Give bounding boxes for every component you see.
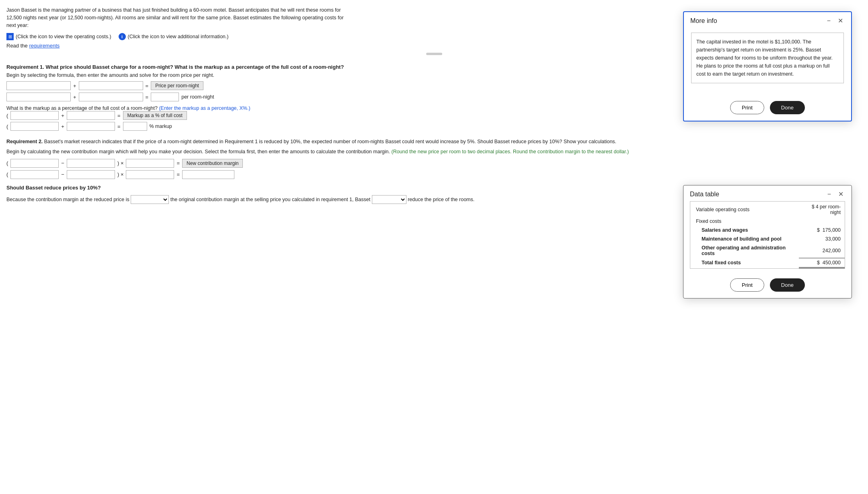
data-table-dialog-controls: − ✕ [826,190,845,198]
req1-input2b[interactable] [79,93,143,101]
req2-title: Requirement 2. Basset's market research … [6,138,862,146]
req1-markup-input1a[interactable] [10,111,59,120]
req1-result[interactable] [151,93,179,101]
req2-cm-input2c[interactable] [126,170,174,179]
other-costs-label: Other operating and administration costs [690,243,799,258]
req1-input2a[interactable] [6,93,71,101]
data-table-dialog[interactable]: Data table − ✕ Variable operating costs … [683,185,852,298]
req2-cm-op1: − [61,160,64,166]
salaries-label: Salaries and wages [690,226,799,235]
req1-eq1: = [146,83,149,89]
req2-cm-row1: ( − ) × = New contribution margin [6,159,862,168]
icon-grid-label: (Click the icon to view the operating co… [16,34,111,39]
more-info-print-button[interactable]: Print [730,101,764,114]
data-table-dialog-title: Data table [690,191,719,198]
data-table-done-button[interactable]: Done [770,278,805,292]
req1-markup-eq2: = [117,124,121,130]
variable-costs-row: Variable operating costs $ 4 per room-ni… [690,202,845,217]
data-table-dialog-footer: Print Done [683,274,852,298]
more-info-close-button[interactable]: ✕ [836,17,845,25]
req1-price-label: Price per room-night [151,81,203,90]
req2-dropdown2[interactable]: should should not [372,195,406,204]
req1-input1b[interactable] [79,81,143,90]
other-costs-row: Other operating and administration costs… [690,243,845,258]
data-table-close-button[interactable]: ✕ [837,190,845,198]
additional-info-btn[interactable]: i (Click the icon to view additional inf… [119,33,229,40]
maintenance-value: 33,000 [799,235,845,243]
req2-cm-row2: ( − ) × = [6,170,862,179]
more-info-minimize-button[interactable]: − [825,17,832,25]
req2-cm-result[interactable] [182,170,234,179]
req2-cm-times2: ) × [117,171,124,177]
maintenance-label: Maintenance of building and pool [690,235,799,243]
more-info-dialog-header: More info − ✕ [684,12,851,28]
req1-markup-label: Markup as a % of full cost [123,111,187,120]
other-costs-value: 242,000 [799,243,845,258]
read-label: Read the [6,43,28,49]
req1-markup-row2: ( + = % markup [6,122,862,131]
more-info-body-text: The capital invested in the motel is $1,… [696,39,833,77]
req2-cm-op2: − [61,171,64,177]
req2-cm-input1a[interactable] [10,159,59,168]
data-table-dialog-header: Data table − ✕ [683,185,852,201]
scroll-handle: ··· [426,53,442,55]
req2-cm-input2a[interactable] [10,170,59,179]
data-table-minimize-button[interactable]: − [826,191,833,198]
more-info-dialog-title: More info [690,17,717,25]
total-fixed-value: $ 450,000 [799,258,845,268]
more-info-dialog-body: The capital invested in the motel is $1,… [684,28,851,97]
req1-markup-input1b[interactable] [67,111,115,120]
req2-because-text2: the original contribution margin at the … [170,197,371,202]
req2-cm-input1b[interactable] [67,159,115,168]
req1-op1: + [73,83,76,89]
salaries-row: Salaries and wages $ 175,000 [690,226,845,235]
total-fixed-row: Total fixed costs $ 450,000 [690,258,845,268]
icon-info-label: (Click the icon to view additional infor… [128,34,229,39]
req2-subtitle: Begin by calculating the new contributio… [6,148,862,156]
more-info-text-box: The capital invested in the motel is $1,… [691,33,844,83]
grid-icon: ⊞ [6,33,14,40]
req2-because-text3: reduce the price of the rooms. [408,197,474,202]
more-info-dialog-controls: − ✕ [825,17,845,25]
req1-markup-input2a[interactable] [10,122,59,131]
more-info-done-button[interactable]: Done [770,101,805,114]
req1-markup-op2: + [61,124,64,130]
req1-eq2: = [146,94,149,100]
req2-cm-eq1: = [176,160,180,166]
variable-value: $ 4 per room-night [799,202,845,217]
data-table-print-button[interactable]: Print [730,278,764,292]
req1-per-label: per room-night [181,94,214,100]
req1-markup-op1: + [61,113,64,119]
req2-cm-eq2: = [176,171,180,177]
req1-pct-result[interactable] [123,122,147,131]
maintenance-row: Maintenance of building and pool 33,000 [690,235,845,243]
data-table: Variable operating costs $ 4 per room-ni… [690,202,845,268]
requirements-link[interactable]: requirements [29,43,60,49]
req2-cm-label: New contribution margin [182,159,243,168]
req1-input1a[interactable] [6,81,71,90]
req1-markup-input2b[interactable] [67,122,115,131]
req2-cm-times1: ) × [117,160,124,166]
req2-note: (Round the new price per room to two dec… [391,149,629,154]
total-fixed-label: Total fixed costs [690,258,799,268]
req1-pct-label: % markup [150,124,172,129]
more-info-dialog-footer: Print Done [684,97,851,121]
salaries-value: $ 175,000 [799,226,845,235]
req2-dropdown1[interactable]: greater than less than equal to [131,195,169,204]
req2-because-text1: Because the contribution margin at the r… [6,197,129,202]
more-info-dialog[interactable]: More info − ✕ The capital invested in th… [683,11,852,121]
req1-markup-hint: (Enter the markup as a percentage, X%.) [159,105,250,111]
req2-cm-input1c[interactable] [126,159,174,168]
info-icon: i [119,33,126,40]
fixed-costs-label: Fixed costs [690,217,845,226]
req2-cm-input2b[interactable] [67,170,115,179]
data-table-wrapper: Variable operating costs $ 4 per room-ni… [690,201,845,269]
variable-label: Variable operating costs [690,202,799,217]
fixed-costs-header-row: Fixed costs [690,217,845,226]
req1-op2: + [73,94,76,100]
intro-text: Jason Basset is the managing partner of … [6,6,352,29]
req1-markup-eq1: = [117,113,121,119]
operating-costs-btn[interactable]: ⊞ (Click the icon to view the operating … [6,33,111,40]
